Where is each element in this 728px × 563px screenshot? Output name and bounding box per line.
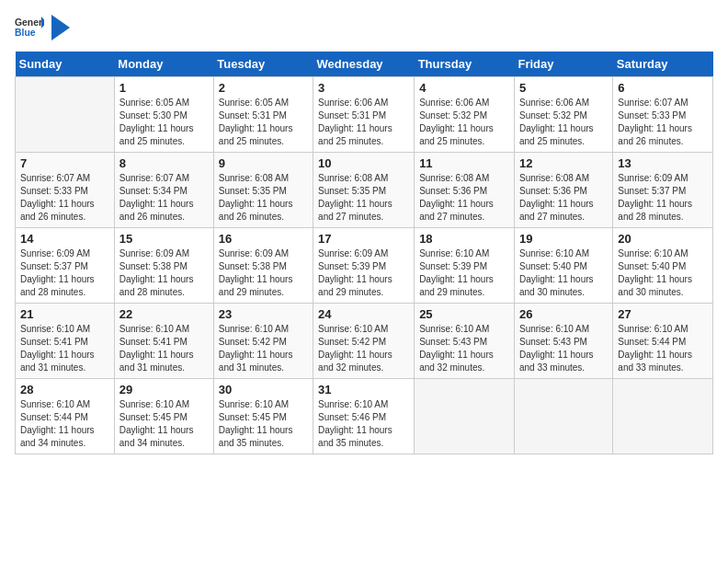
day-info: Sunrise: 6:10 AMSunset: 5:41 PMDaylight:…	[20, 323, 109, 374]
day-info: Sunrise: 6:08 AMSunset: 5:35 PMDaylight:…	[318, 172, 409, 224]
svg-marker-3	[51, 15, 70, 40]
week-row-5: 28Sunrise: 6:10 AMSunset: 5:44 PMDayligh…	[16, 379, 713, 454]
day-number: 20	[618, 232, 708, 246]
calendar-cell: 23Sunrise: 6:10 AMSunset: 5:42 PMDayligh…	[213, 304, 313, 379]
day-number: 13	[618, 156, 708, 170]
col-header-sunday: Sunday	[16, 52, 115, 77]
col-header-thursday: Thursday	[415, 52, 515, 77]
calendar-cell: 11Sunrise: 6:08 AMSunset: 5:36 PMDayligh…	[415, 153, 515, 228]
day-number: 6	[618, 81, 708, 95]
day-number: 23	[219, 307, 308, 321]
col-header-monday: Monday	[114, 52, 213, 77]
calendar-cell: 30Sunrise: 6:10 AMSunset: 5:45 PMDayligh…	[213, 379, 313, 454]
calendar-cell: 15Sunrise: 6:09 AMSunset: 5:38 PMDayligh…	[114, 228, 213, 304]
day-info: Sunrise: 6:08 AMSunset: 5:36 PMDaylight:…	[519, 172, 608, 224]
day-number: 27	[618, 307, 708, 321]
calendar-cell	[415, 379, 515, 454]
svg-text:Blue: Blue	[15, 28, 36, 38]
week-row-3: 14Sunrise: 6:09 AMSunset: 5:37 PMDayligh…	[16, 228, 713, 304]
day-info: Sunrise: 6:09 AMSunset: 5:38 PMDaylight:…	[119, 247, 209, 299]
day-info: Sunrise: 6:10 AMSunset: 5:43 PMDaylight:…	[419, 323, 509, 374]
calendar-cell: 19Sunrise: 6:10 AMSunset: 5:40 PMDayligh…	[514, 228, 612, 304]
logo-arrow-icon	[51, 15, 70, 40]
calendar-cell: 29Sunrise: 6:10 AMSunset: 5:45 PMDayligh…	[114, 379, 213, 454]
day-info: Sunrise: 6:10 AMSunset: 5:45 PMDaylight:…	[219, 398, 308, 450]
day-info: Sunrise: 6:10 AMSunset: 5:43 PMDaylight:…	[519, 323, 608, 374]
day-number: 18	[419, 232, 509, 246]
day-info: Sunrise: 6:07 AMSunset: 5:33 PMDaylight:…	[20, 172, 109, 224]
day-number: 7	[20, 156, 109, 170]
day-number: 1	[119, 81, 209, 95]
day-number: 28	[20, 383, 109, 396]
calendar-table: SundayMondayTuesdayWednesdayThursdayFrid…	[15, 52, 713, 454]
header-row: SundayMondayTuesdayWednesdayThursdayFrid…	[16, 52, 713, 77]
day-info: Sunrise: 6:08 AMSunset: 5:36 PMDaylight:…	[419, 172, 509, 224]
calendar-cell: 7Sunrise: 6:07 AMSunset: 5:33 PMDaylight…	[16, 153, 115, 228]
day-number: 14	[20, 232, 109, 246]
day-info: Sunrise: 6:10 AMSunset: 5:40 PMDaylight:…	[519, 247, 608, 299]
calendar-cell: 1Sunrise: 6:05 AMSunset: 5:30 PMDaylight…	[114, 77, 213, 153]
calendar-cell: 26Sunrise: 6:10 AMSunset: 5:43 PMDayligh…	[514, 304, 612, 379]
day-info: Sunrise: 6:05 AMSunset: 5:31 PMDaylight:…	[219, 97, 308, 148]
day-info: Sunrise: 6:10 AMSunset: 5:39 PMDaylight:…	[419, 247, 509, 299]
day-info: Sunrise: 6:09 AMSunset: 5:37 PMDaylight:…	[20, 247, 109, 299]
col-header-tuesday: Tuesday	[213, 52, 313, 77]
calendar-cell	[613, 379, 713, 454]
week-row-1: 1Sunrise: 6:05 AMSunset: 5:30 PMDaylight…	[16, 77, 713, 153]
day-info: Sunrise: 6:10 AMSunset: 5:44 PMDaylight:…	[20, 398, 109, 450]
calendar-cell: 6Sunrise: 6:07 AMSunset: 5:33 PMDaylight…	[613, 77, 713, 153]
day-info: Sunrise: 6:06 AMSunset: 5:31 PMDaylight:…	[318, 97, 409, 148]
calendar-cell: 16Sunrise: 6:09 AMSunset: 5:38 PMDayligh…	[213, 228, 313, 304]
calendar-cell: 9Sunrise: 6:08 AMSunset: 5:35 PMDaylight…	[213, 153, 313, 228]
day-info: Sunrise: 6:06 AMSunset: 5:32 PMDaylight:…	[519, 97, 608, 148]
day-info: Sunrise: 6:07 AMSunset: 5:34 PMDaylight:…	[119, 172, 209, 224]
day-number: 17	[318, 232, 409, 246]
calendar-cell	[16, 77, 115, 153]
day-number: 15	[119, 232, 209, 246]
calendar-cell: 27Sunrise: 6:10 AMSunset: 5:44 PMDayligh…	[613, 304, 713, 379]
logo: General Blue	[15, 15, 70, 40]
col-header-wednesday: Wednesday	[313, 52, 415, 77]
day-info: Sunrise: 6:09 AMSunset: 5:37 PMDaylight:…	[618, 172, 708, 224]
day-number: 8	[119, 156, 209, 170]
calendar-cell: 21Sunrise: 6:10 AMSunset: 5:41 PMDayligh…	[16, 304, 115, 379]
day-info: Sunrise: 6:06 AMSunset: 5:32 PMDaylight:…	[419, 97, 509, 148]
day-number: 29	[119, 383, 209, 396]
day-number: 9	[219, 156, 308, 170]
day-number: 2	[219, 81, 308, 95]
day-number: 19	[519, 232, 608, 246]
day-number: 24	[318, 307, 409, 321]
day-info: Sunrise: 6:08 AMSunset: 5:35 PMDaylight:…	[219, 172, 308, 224]
day-number: 12	[519, 156, 608, 170]
calendar-cell: 14Sunrise: 6:09 AMSunset: 5:37 PMDayligh…	[16, 228, 115, 304]
logo-icon: General Blue	[15, 15, 44, 40]
day-info: Sunrise: 6:10 AMSunset: 5:42 PMDaylight:…	[219, 323, 308, 374]
day-info: Sunrise: 6:07 AMSunset: 5:33 PMDaylight:…	[618, 97, 708, 148]
day-info: Sunrise: 6:05 AMSunset: 5:30 PMDaylight:…	[119, 97, 209, 148]
day-number: 26	[519, 307, 608, 321]
calendar-cell: 24Sunrise: 6:10 AMSunset: 5:42 PMDayligh…	[313, 304, 415, 379]
day-number: 16	[219, 232, 308, 246]
day-number: 4	[419, 81, 509, 95]
calendar-cell: 3Sunrise: 6:06 AMSunset: 5:31 PMDaylight…	[313, 77, 415, 153]
day-number: 31	[318, 383, 409, 396]
day-number: 10	[318, 156, 409, 170]
day-number: 25	[419, 307, 509, 321]
calendar-cell: 2Sunrise: 6:05 AMSunset: 5:31 PMDaylight…	[213, 77, 313, 153]
calendar-cell: 8Sunrise: 6:07 AMSunset: 5:34 PMDaylight…	[114, 153, 213, 228]
col-header-saturday: Saturday	[613, 52, 713, 77]
calendar-cell: 12Sunrise: 6:08 AMSunset: 5:36 PMDayligh…	[514, 153, 612, 228]
week-row-4: 21Sunrise: 6:10 AMSunset: 5:41 PMDayligh…	[16, 304, 713, 379]
day-number: 3	[318, 81, 409, 95]
calendar-cell: 28Sunrise: 6:10 AMSunset: 5:44 PMDayligh…	[16, 379, 115, 454]
calendar-cell: 18Sunrise: 6:10 AMSunset: 5:39 PMDayligh…	[415, 228, 515, 304]
day-info: Sunrise: 6:09 AMSunset: 5:39 PMDaylight:…	[318, 247, 409, 299]
calendar-cell: 13Sunrise: 6:09 AMSunset: 5:37 PMDayligh…	[613, 153, 713, 228]
calendar-cell: 17Sunrise: 6:09 AMSunset: 5:39 PMDayligh…	[313, 228, 415, 304]
calendar-cell: 4Sunrise: 6:06 AMSunset: 5:32 PMDaylight…	[415, 77, 515, 153]
calendar-cell: 20Sunrise: 6:10 AMSunset: 5:40 PMDayligh…	[613, 228, 713, 304]
day-info: Sunrise: 6:10 AMSunset: 5:42 PMDaylight:…	[318, 323, 409, 374]
calendar-cell: 31Sunrise: 6:10 AMSunset: 5:46 PMDayligh…	[313, 379, 415, 454]
day-info: Sunrise: 6:10 AMSunset: 5:46 PMDaylight:…	[318, 398, 409, 450]
header: General Blue	[15, 15, 713, 40]
